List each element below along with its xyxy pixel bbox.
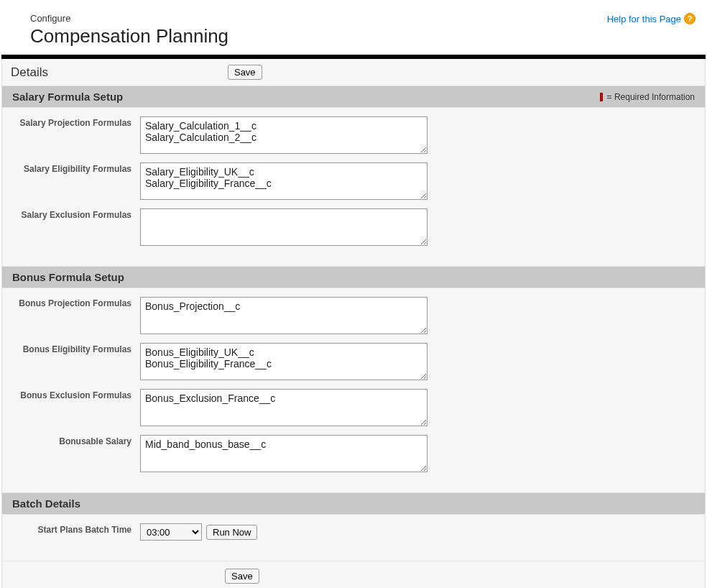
required-info-text: = Required Information xyxy=(607,92,695,102)
bonus-exclusion-label: Bonus Exclusion Formulas xyxy=(8,389,140,400)
details-heading: Details xyxy=(11,65,48,80)
content-area: Details Save Salary Formula Setup = Requ… xyxy=(1,59,706,588)
bonus-exclusion-row: Bonus Exclusion Formulas xyxy=(2,389,705,426)
salary-eligibility-label: Salary Eligibility Formulas xyxy=(8,162,140,174)
section-batch-header: Batch Details xyxy=(2,492,705,515)
required-marker-icon xyxy=(600,93,603,101)
bonus-projection-label: Bonus Projection Formulas xyxy=(8,297,140,308)
save-button-bottom[interactable]: Save xyxy=(225,569,259,584)
salary-eligibility-input[interactable] xyxy=(140,162,428,200)
bonusable-salary-label: Bonusable Salary xyxy=(8,435,140,446)
bonusable-salary-row: Bonusable Salary xyxy=(2,435,705,472)
batch-time-select[interactable]: 03:00 xyxy=(140,523,202,541)
batch-time-label: Start Plans Batch Time xyxy=(8,523,140,535)
bonus-projection-input[interactable] xyxy=(140,297,428,334)
section-salary-header: Salary Formula Setup = Required Informat… xyxy=(2,86,705,108)
salary-exclusion-row: Salary Exclusion Formulas xyxy=(2,208,705,246)
salary-exclusion-label: Salary Exclusion Formulas xyxy=(8,208,140,220)
details-toolbar: Details Save xyxy=(2,59,705,86)
bonus-form-body: Bonus Projection Formulas Bonus Eligibil… xyxy=(2,288,705,492)
help-for-page-link[interactable]: Help for this Page ? xyxy=(607,13,696,24)
section-bonus-title: Bonus Formula Setup xyxy=(12,271,124,283)
help-link-text: Help for this Page xyxy=(607,14,681,24)
page-subtitle: Configure xyxy=(30,13,693,24)
section-bonus-header: Bonus Formula Setup xyxy=(2,266,705,288)
salary-exclusion-input[interactable] xyxy=(140,208,428,246)
bonus-eligibility-label: Bonus Eligibility Formulas xyxy=(8,343,140,354)
batch-time-row: Start Plans Batch Time 03:00 Run Now xyxy=(2,523,705,541)
bonusable-salary-input[interactable] xyxy=(140,435,428,472)
batch-form-body: Start Plans Batch Time 03:00 Run Now xyxy=(2,515,705,561)
bonus-eligibility-input[interactable] xyxy=(140,343,428,380)
section-salary-title: Salary Formula Setup xyxy=(12,91,123,103)
save-button-top[interactable]: Save xyxy=(228,65,262,80)
salary-form-body: Salary Projection Formulas Salary Eligib… xyxy=(2,108,705,266)
section-batch-title: Batch Details xyxy=(12,497,80,510)
run-now-button[interactable]: Run Now xyxy=(206,525,257,540)
bonus-eligibility-row: Bonus Eligibility Formulas xyxy=(2,343,705,380)
page-title: Compensation Planning xyxy=(30,25,693,47)
batch-controls: 03:00 Run Now xyxy=(140,523,257,541)
salary-projection-row: Salary Projection Formulas xyxy=(2,116,705,154)
footer-toolbar: Save xyxy=(2,561,705,588)
salary-projection-input[interactable] xyxy=(140,116,428,154)
salary-eligibility-row: Salary Eligibility Formulas xyxy=(2,162,705,200)
bonus-projection-row: Bonus Projection Formulas xyxy=(2,297,705,334)
salary-projection-label: Salary Projection Formulas xyxy=(8,116,140,128)
help-icon: ? xyxy=(684,13,696,24)
bonus-exclusion-input[interactable] xyxy=(140,389,428,426)
required-info: = Required Information xyxy=(600,92,695,102)
page-header: Configure Compensation Planning Help for… xyxy=(0,0,707,55)
